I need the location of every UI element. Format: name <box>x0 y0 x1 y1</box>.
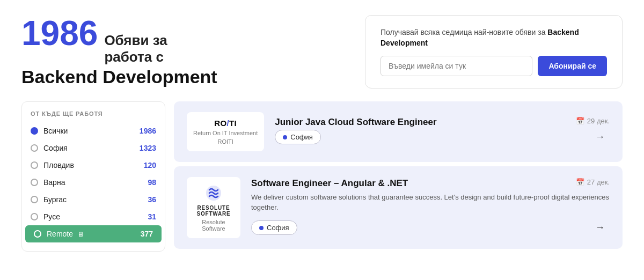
radio-filled-icon <box>31 127 38 135</box>
location-dot-icon-2 <box>259 226 264 230</box>
sidebar-item-sofia[interactable]: София 1323 <box>22 139 165 157</box>
radio-empty-icon <box>31 213 38 220</box>
sidebar-count-varna: 98 <box>148 178 156 187</box>
radio-empty-icon <box>31 196 38 203</box>
sidebar-label-plovdiv: Пловдив <box>43 161 144 170</box>
company-logo-resolute: RESOLUTESOFTWARE ResoluteSoftware <box>187 177 240 238</box>
newsletter-label: Получавай всяка седмица най-новите обяви… <box>380 27 607 48</box>
sidebar-count-burgas: 36 <box>148 195 156 204</box>
hero-count-row: 1986 Обяви заработа с <box>21 16 217 65</box>
job-card-2[interactable]: RESOLUTESOFTWARE ResoluteSoftware Softwa… <box>174 166 623 249</box>
hero-subtitle-text: Обяви заработа с <box>104 32 167 65</box>
sidebar-section-title: ОТ КЪДЕ ЩЕ РАБОТЯ <box>22 110 165 122</box>
job-title-1: Junior Java Cloud Software Engineer <box>275 117 436 128</box>
job-footer-1: София → <box>275 128 610 147</box>
newsletter-box: Получавай всяка седмица най-новите обяви… <box>365 15 623 89</box>
sidebar-item-plovdiv[interactable]: Пловдив 120 <box>22 157 165 174</box>
sidebar-item-remote[interactable]: Remote 🖥 377 <box>25 225 162 242</box>
job-body-2: Software Engineer – Angular & .NET 📅 27 … <box>251 177 610 238</box>
job-date-2: 📅 27 дек. <box>576 178 610 186</box>
job-location-text-2: София <box>267 224 289 232</box>
sidebar-item-varna[interactable]: Варна 98 <box>22 174 165 191</box>
company-logo-roiti: RO/TI Return On IT Investment ROITI <box>187 112 264 151</box>
job-arrow-btn-1[interactable]: → <box>590 128 610 147</box>
sidebar-label-remote: Remote 🖥 <box>47 230 141 238</box>
sidebar-item-burgas[interactable]: Бургас 36 <box>22 191 165 208</box>
sidebar-label-burgas: Бургас <box>43 195 148 204</box>
sidebar-count-all: 1986 <box>140 127 156 135</box>
hero-count: 1986 <box>21 16 98 50</box>
newsletter-form: Абонирай се <box>380 56 607 76</box>
radio-empty-icon <box>31 161 38 169</box>
roiti-slash: / <box>226 119 229 128</box>
job-footer-2: София → <box>251 218 610 238</box>
sidebar-count-remote: 377 <box>141 230 153 238</box>
location-sidebar: ОТ КЪДЕ ЩЕ РАБОТЯ Всички 1986 София 1323… <box>21 101 165 252</box>
job-header-2: Software Engineer – Angular & .NET 📅 27 … <box>251 178 610 189</box>
job-arrow-btn-2[interactable]: → <box>590 218 610 238</box>
sidebar-label-sofia: София <box>43 144 140 152</box>
location-dot-icon <box>283 135 287 139</box>
job-title-2: Software Engineer – Angular & .NET <box>251 178 408 189</box>
roiti-name: ROITI <box>217 138 233 145</box>
sidebar-label-all: Всички <box>43 127 140 135</box>
hero-main-title: Backend Development <box>21 67 217 87</box>
email-input[interactable] <box>380 56 532 76</box>
page-wrapper: 1986 Обяви заработа с Backend Developmen… <box>0 0 644 280</box>
roiti-tagline: Return On IT Investment <box>193 130 258 136</box>
sidebar-label-varna: Варна <box>43 178 148 187</box>
job-listings: RO/TI Return On IT Investment ROITI Juni… <box>174 101 623 253</box>
job-card-1[interactable]: RO/TI Return On IT Investment ROITI Juni… <box>174 101 623 162</box>
sidebar-count-plovdiv: 120 <box>144 161 156 170</box>
roiti-logo-text: RO/TI <box>214 119 237 128</box>
resolute-icon <box>204 183 223 203</box>
radio-empty-icon <box>31 179 38 186</box>
job-body-1: Junior Java Cloud Software Engineer 📅 29… <box>275 112 610 151</box>
sidebar-count-sofia: 1323 <box>140 144 156 152</box>
remote-icon: 🖥 <box>77 231 84 238</box>
subscribe-button[interactable]: Абонирай се <box>538 56 607 76</box>
sidebar-label-ruse: Русе <box>43 212 148 221</box>
header-section: 1986 Обяви заработа с Backend Developmen… <box>0 0 644 101</box>
hero-title: 1986 Обяви заработа с Backend Developmen… <box>21 16 217 87</box>
calendar-icon-2: 📅 <box>576 178 584 186</box>
resolute-logo-wrap: RESOLUTESOFTWARE ResoluteSoftware <box>196 183 230 232</box>
job-description-2: We deliver custom software solutions tha… <box>251 192 610 213</box>
radio-active-icon <box>34 230 41 238</box>
job-header-1: Junior Java Cloud Software Engineer 📅 29… <box>275 117 610 128</box>
job-location-badge-2: София <box>251 220 297 235</box>
resolute-subname: ResoluteSoftware <box>202 219 225 232</box>
job-date-1: 📅 29 дек. <box>576 117 610 125</box>
main-content: ОТ КЪДЕ ЩЕ РАБОТЯ Всички 1986 София 1323… <box>0 101 644 264</box>
calendar-icon-1: 📅 <box>576 117 584 125</box>
radio-empty-icon <box>31 144 38 152</box>
job-location-badge-1: София <box>275 130 321 144</box>
sidebar-count-ruse: 31 <box>148 212 156 221</box>
job-location-text-1: София <box>290 133 313 141</box>
sidebar-item-ruse[interactable]: Русе 31 <box>22 208 165 225</box>
sidebar-item-all[interactable]: Всички 1986 <box>22 122 165 139</box>
resolute-name: RESOLUTESOFTWARE <box>196 205 230 217</box>
